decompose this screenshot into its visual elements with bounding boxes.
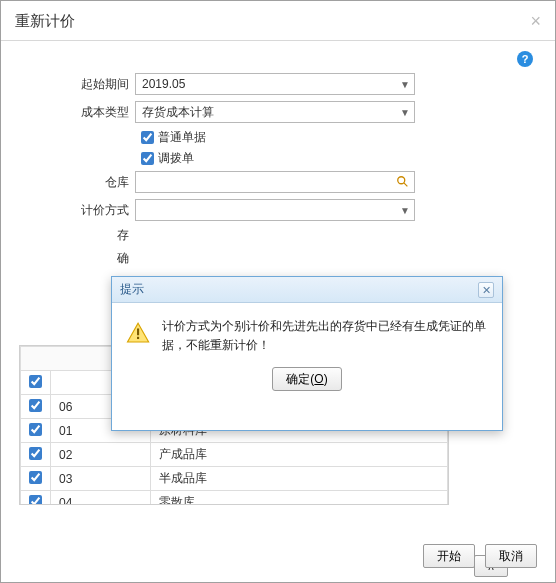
normal-doc-checkbox[interactable] <box>141 131 154 144</box>
dialog-close-button[interactable]: ✕ <box>478 282 494 298</box>
table-row: 02 产成品库 <box>21 443 448 467</box>
start-period-label: 起始期间 <box>19 76 135 93</box>
form: 起始期间 2019.05 ▼ 成本类型 存货成本计算 ▼ 普通单据 调拨单 <box>19 73 537 267</box>
chevron-down-icon: ▼ <box>400 79 410 90</box>
transfer-doc-label: 调拨单 <box>158 150 194 167</box>
normal-doc-label: 普通单据 <box>158 129 206 146</box>
cost-type-value: 存货成本计算 <box>142 104 214 121</box>
cost-type-label: 成本类型 <box>19 104 135 121</box>
method-combo[interactable]: ▼ <box>135 199 415 221</box>
svg-point-0 <box>398 177 405 184</box>
start-button[interactable]: 开始 <box>423 544 475 568</box>
svg-line-1 <box>404 183 408 187</box>
svg-rect-4 <box>137 337 139 339</box>
select-all-checkbox[interactable] <box>29 375 42 388</box>
row-name: 产成品库 <box>151 443 448 467</box>
dialog-ok-button[interactable]: 确定(O) <box>272 367 342 391</box>
dialog-message: 计价方式为个别计价和先进先出的存货中已经有生成凭证的单据，不能重新计价！ <box>162 317 488 355</box>
table-row: 04 零散库 <box>21 491 448 506</box>
dialog-title: 提示 <box>120 281 144 298</box>
start-period-value: 2019.05 <box>142 77 185 91</box>
row-checkbox[interactable] <box>29 495 42 506</box>
help-icon[interactable]: ? <box>517 51 533 67</box>
chevron-down-icon: ▼ <box>400 205 410 216</box>
search-icon <box>396 175 410 189</box>
close-icon[interactable]: × <box>530 11 541 32</box>
row-checkbox[interactable] <box>29 447 42 460</box>
method-label: 计价方式 <box>19 202 135 219</box>
chevron-down-icon: ▼ <box>400 107 410 118</box>
footer: 开始 取消 <box>423 544 537 568</box>
transfer-doc-checkbox[interactable] <box>141 152 154 165</box>
warehouse-lookup[interactable] <box>135 171 415 193</box>
help-row: ? <box>19 51 537 67</box>
table-row: 03 半成品库 <box>21 467 448 491</box>
title-bar: 重新计价 × <box>1 1 555 41</box>
row-checkbox[interactable] <box>29 399 42 412</box>
svg-rect-3 <box>137 328 139 335</box>
row-code: 04 <box>51 491 151 506</box>
row5-label: 存 <box>19 227 135 244</box>
warehouse-label: 仓库 <box>19 174 135 191</box>
cancel-button[interactable]: 取消 <box>485 544 537 568</box>
row-checkbox[interactable] <box>29 423 42 436</box>
dialog-titlebar: 提示 ✕ <box>112 277 502 303</box>
row-name: 零散库 <box>151 491 448 506</box>
row-checkbox[interactable] <box>29 471 42 484</box>
row-name: 半成品库 <box>151 467 448 491</box>
cost-type-combo[interactable]: 存货成本计算 ▼ <box>135 101 415 123</box>
content-area: ? 起始期间 2019.05 ▼ 成本类型 存货成本计算 ▼ 普通单据 <box>1 41 555 505</box>
row-code: 03 <box>51 467 151 491</box>
start-period-combo[interactable]: 2019.05 ▼ <box>135 73 415 95</box>
warning-icon <box>126 317 150 349</box>
alert-dialog: 提示 ✕ 计价方式为个别计价和先进先出的存货中已经有生成凭证的单据，不能重新计价… <box>111 276 503 431</box>
window-title: 重新计价 <box>15 12 75 31</box>
recalc-window: 重新计价 × ? 起始期间 2019.05 ▼ 成本类型 存货成本计算 ▼ <box>0 0 556 583</box>
row-code: 02 <box>51 443 151 467</box>
row6-label: 确 <box>19 250 135 267</box>
